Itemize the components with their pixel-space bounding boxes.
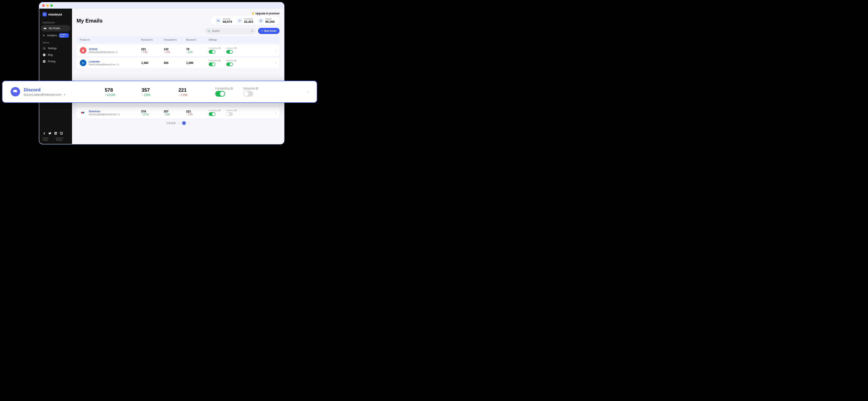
nav-my-emails[interactable]: My Emails — [41, 25, 70, 32]
svg-rect-9 — [60, 132, 63, 135]
svg-rect-2 — [43, 54, 45, 56]
privacy-link[interactable]: Privacy Policy — [42, 137, 53, 141]
info-icon[interactable]: i — [219, 60, 221, 62]
svg-rect-8 — [55, 133, 55, 134]
expand-chevron[interactable]: › — [307, 89, 309, 95]
facebook-icon[interactable] — [42, 132, 46, 135]
forwarding-toggle[interactable] — [209, 62, 215, 66]
pagination-summary: 1-6 of 25 — [166, 122, 175, 124]
table-header: Product⇅ Received⇅ Forwarded⇅ Blocked⇅ S… — [76, 36, 280, 43]
expand-chevron[interactable]: › — [275, 49, 276, 52]
search-icon: 🔍 — [207, 29, 210, 32]
selective-toggle[interactable] — [226, 50, 233, 54]
table-row[interactable]: Airbnb airbnb.jaden@hidemyid.com 221↓ 7.… — [76, 45, 280, 56]
svg-rect-17 — [83, 112, 85, 114]
received-cell: 1,360 — [141, 61, 164, 64]
twitter-icon[interactable] — [48, 132, 52, 135]
info-icon[interactable]: i — [235, 47, 237, 49]
linkedin-icon[interactable] — [54, 132, 57, 135]
logo-icon — [42, 12, 46, 17]
delta-up: ↑ 2.6% — [142, 93, 179, 96]
new-email-button[interactable]: + New Email — [258, 28, 280, 34]
nav-settings[interactable]: Settings — [39, 45, 72, 52]
info-icon[interactable]: i — [235, 109, 237, 111]
maximize-dot[interactable] — [50, 4, 53, 7]
instagram-icon[interactable] — [60, 132, 63, 135]
product-name: Airbnb — [89, 48, 118, 51]
selective-label: Selective i — [226, 60, 237, 62]
svg-point-10 — [61, 133, 62, 134]
col-forwarded[interactable]: Forwarded⇅ — [164, 38, 186, 41]
main-content: ♛ Upgrade to premium My Emails ✉ Receive… — [72, 9, 284, 144]
stat-received: ✉ Received 68,074 — [214, 18, 234, 23]
forwarded-icon: ↗ — [237, 18, 242, 23]
copy-icon[interactable] — [118, 113, 120, 116]
forwarding-label: Forwarding i — [209, 60, 221, 62]
forwarding-toggle[interactable] — [215, 91, 225, 97]
forwarding-label: Forwarding i — [215, 87, 233, 90]
svg-rect-12 — [117, 52, 118, 53]
col-received[interactable]: Received⇅ — [141, 38, 164, 41]
col-product[interactable]: Product⇅ — [80, 38, 141, 41]
stat-blocked: ⊘ Blocked 49,154 — [256, 18, 277, 23]
product-email: dominos.jaden@hidemyid.com — [89, 113, 120, 116]
forwarded-cell: 143↓ 7.1% — [164, 48, 186, 53]
prev-page[interactable]: ‹ — [179, 122, 179, 124]
forwarding-toggle[interactable] — [209, 50, 215, 54]
expand-chevron[interactable]: › — [275, 61, 276, 65]
upgrade-button[interactable]: ♛ Upgrade to premium — [252, 12, 280, 15]
svg-point-18 — [82, 112, 82, 113]
next-page[interactable]: › — [189, 122, 189, 124]
forwarded-cell: 357↑ 2.6% — [164, 110, 186, 115]
blocked-cell: 78↑ 2.6% — [186, 48, 209, 53]
section-dashboards: Dashboards — [39, 19, 72, 25]
delta-down: ↓ 7.1% — [179, 93, 215, 96]
dollar-icon: $ — [42, 60, 46, 63]
search-box[interactable]: 🔍 ⌘/ — [205, 28, 256, 34]
expand-chevron[interactable]: › — [275, 111, 276, 114]
forwarded-cell: 357 ↑ 2.6% — [142, 87, 179, 96]
table-row[interactable]: Dominos dominos.jaden@hidemyid.com 578↑ … — [76, 107, 280, 118]
svg-point-1 — [44, 48, 44, 49]
info-icon[interactable]: i — [255, 87, 258, 90]
copy-icon[interactable] — [116, 51, 118, 53]
table-row[interactable]: in Linkedin linkedin.jaden@hidemyid.com … — [76, 58, 280, 68]
selective-toggle[interactable] — [226, 62, 233, 66]
delta-up: ↑ 15.3% — [105, 93, 142, 96]
pie-icon — [42, 34, 45, 37]
search-input[interactable] — [212, 29, 249, 32]
highlighted-row[interactable]: Discord discord.jaden@hidemyid.com ✓ 578… — [2, 81, 317, 103]
close-dot[interactable] — [42, 4, 44, 7]
logo[interactable]: HideMyId — [39, 12, 72, 19]
product-email: discord.jaden@hidemyid.com ✓ — [24, 93, 66, 96]
product-email: linkedin.jaden@hidemyid.com — [89, 63, 119, 66]
info-icon[interactable]: i — [235, 60, 237, 62]
product-name: Linkedin — [89, 60, 119, 63]
nav-analytics[interactable]: Analytics coming soon! — [39, 32, 72, 39]
sort-icon: ⇅ — [151, 39, 153, 41]
app-name: HideMyId — [48, 13, 62, 16]
sort-icon: ⇅ — [195, 39, 196, 41]
blocked-cell: 1,095 — [186, 61, 209, 64]
terms-link[interactable]: Terms of Service — [56, 137, 69, 141]
info-icon[interactable]: i — [230, 87, 233, 90]
blocked-cell: 221 ↓ 7.1% — [179, 87, 215, 96]
copy-icon[interactable] — [117, 63, 119, 66]
nav-blog[interactable]: " Blog — [39, 52, 72, 58]
forwarding-toggle[interactable] — [209, 112, 215, 116]
selective-toggle[interactable] — [243, 91, 253, 97]
selective-toggle[interactable] — [226, 112, 233, 116]
info-icon[interactable]: i — [219, 109, 221, 111]
received-cell: 578 ↑ 15.3% — [105, 87, 142, 96]
minimize-dot[interactable] — [46, 4, 49, 7]
app-window: HideMyId Dashboards My Emails Analytics … — [39, 2, 284, 144]
col-blocked[interactable]: Blocked⇅ — [186, 38, 209, 41]
svg-rect-14 — [118, 64, 119, 65]
page-1[interactable]: 1 — [182, 121, 186, 125]
stat-forwarded: ↗ Forwarded 22,421 — [235, 18, 255, 23]
pagination: 1-6 of 25 ‹ 1 › — [76, 118, 280, 126]
info-icon[interactable]: i — [219, 47, 221, 49]
check-icon: ✓ — [63, 93, 66, 96]
received-cell: 578↑ 15.3% — [141, 110, 164, 115]
nav-pricing[interactable]: $ Pricing — [39, 58, 72, 65]
